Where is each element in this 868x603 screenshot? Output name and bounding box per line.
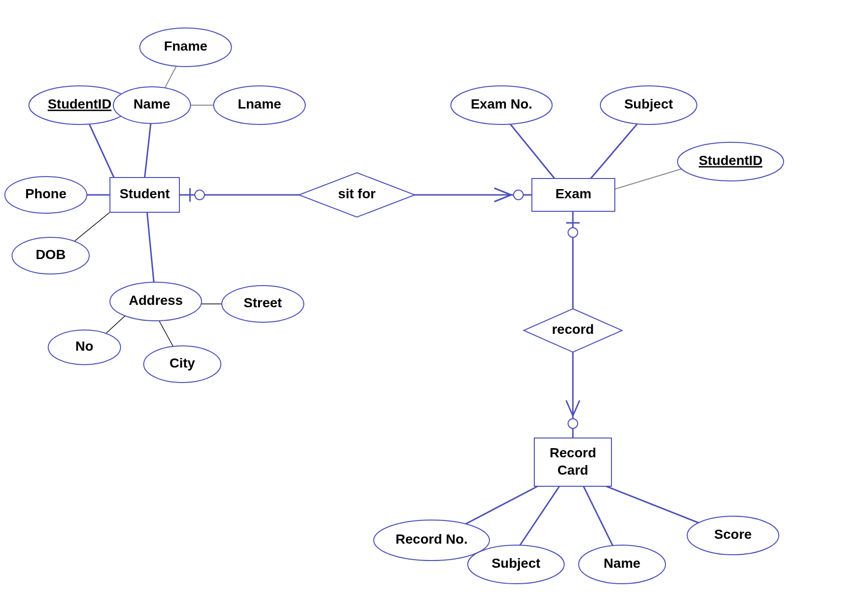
attr-lname-label: Lname [238,96,281,111]
attr-fname-label: Fname [164,39,207,54]
card-student-circle [195,190,204,200]
rel-record-label: record [552,322,594,337]
rel-sit-for-label: sit for [338,186,376,201]
attr-address-label: Address [129,293,183,308]
edge-address-city [159,321,174,347]
svg-point-2 [514,190,523,200]
svg-line-3 [566,400,573,416]
edge-exam-studentid [615,166,690,189]
attr-name-rc-label: Name [604,556,640,571]
svg-line-0 [494,188,511,195]
svg-line-1 [494,195,511,202]
edge-rc-name [583,486,617,555]
edge-rc-subject [514,486,559,555]
er-diagram-canvas: Fname StudentID Name Lname Phone DOB Add… [0,0,868,603]
entity-student-label: Student [120,186,170,201]
entity-exam-label: Exam [556,186,592,201]
svg-line-4 [573,400,580,416]
attr-exam-student-id-label: StudentID [699,153,762,168]
attr-city-label: City [170,356,195,370]
attr-name-label: Name [134,96,170,111]
attr-phone-label: Phone [25,186,67,201]
attr-street-label: Street [244,295,282,310]
attr-student-id-label: StudentID [48,96,111,111]
entity-record-card-label-1: Record [550,445,596,460]
attr-score-label: Score [714,527,752,542]
attr-dob-label: DOB [36,247,66,262]
svg-point-5 [568,419,578,428]
attr-exam-no-label: Exam No. [471,96,532,111]
edge-student-address [147,212,154,287]
card-exam-bottom-circle [568,228,578,237]
attr-record-no-label: Record No. [395,532,467,547]
attr-subject-exam-label: Subject [624,96,673,111]
attr-no-label: No [75,339,93,354]
entity-record-card-label-2: Card [557,463,588,478]
attr-subject-rc-label: Subject [491,556,540,571]
